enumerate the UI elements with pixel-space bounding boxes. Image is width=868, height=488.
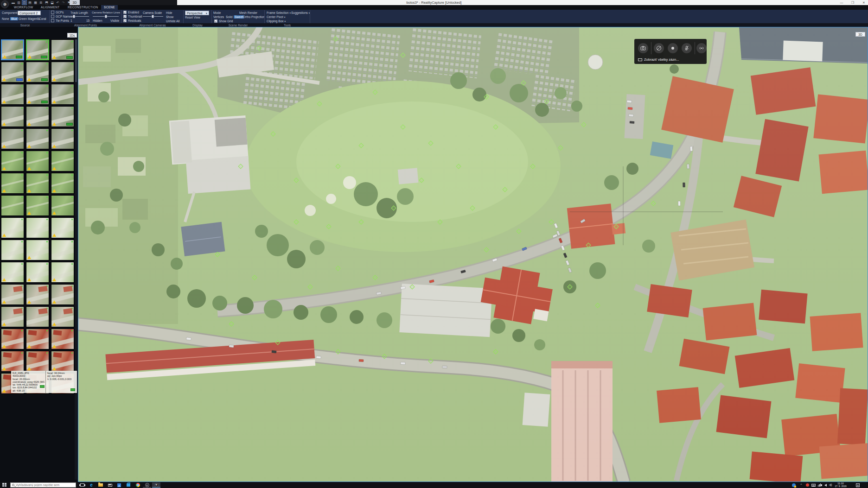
image-thumbnail[interactable] (26, 240, 49, 260)
image-thumbnail[interactable] (1, 62, 24, 82)
taskbar-search[interactable] (10, 482, 76, 488)
camera-icon[interactable] (638, 43, 648, 53)
mode-vertices-button[interactable]: Vertices (213, 15, 224, 19)
image-thumbnail[interactable] (51, 84, 74, 105)
layout-split-icon[interactable]: ◫ (22, 0, 26, 5)
thumbnail-checkbox[interactable]: Thumbnail (123, 15, 142, 18)
image-thumbnail[interactable] (26, 329, 49, 349)
enabled-checkbox[interactable]: Enabled (123, 11, 139, 14)
image-thumbnail[interactable] (1, 306, 24, 327)
minimize-button[interactable]: — (839, 0, 844, 5)
image-thumbnail[interactable] (1, 351, 24, 372)
mode-solid-button[interactable]: Solid (226, 15, 232, 19)
tab-alignment[interactable]: ALIGNMENT (38, 5, 63, 10)
volume-tray-icon[interactable] (823, 482, 828, 488)
start-button[interactable] (2, 483, 7, 487)
record-last-icon[interactable] (654, 43, 664, 53)
image-thumbnail[interactable] (51, 351, 74, 372)
projection-dropdown[interactable]: Perspective▾ (185, 11, 209, 15)
action-center-icon[interactable] (855, 482, 861, 488)
task-view-button[interactable] (78, 482, 86, 488)
capture-tooltip[interactable]: Zobraziť všetky zázn... (638, 57, 679, 62)
mail-icon[interactable] (106, 482, 114, 488)
image-thumbnail[interactable] (1, 151, 24, 171)
image-thumbnail[interactable] (51, 151, 74, 171)
frame-selection-button[interactable]: Frame Selection ▾ (267, 11, 291, 14)
show-grid-checkbox[interactable]: Show Grid (214, 19, 233, 23)
residuals-checkbox[interactable]: Residuals (123, 19, 141, 22)
image-thumbnail[interactable] (1, 329, 24, 349)
pane-tab-1ds[interactable]: 1Ds (67, 33, 77, 38)
unhide-all-button[interactable]: Unhide All (166, 19, 179, 23)
edge-icon[interactable]: e (87, 482, 96, 488)
center-pivot-button[interactable]: Center Pivot ▾ (267, 15, 286, 19)
store-icon[interactable] (124, 482, 133, 488)
image-thumbnail[interactable] (26, 106, 49, 127)
color-coral-button[interactable]: Coral (39, 17, 46, 20)
image-thumbnail[interactable] (51, 173, 74, 194)
image-thumbnail[interactable] (26, 284, 49, 305)
camera-scale-slider[interactable] (143, 15, 163, 18)
color-blue-button[interactable]: Blue (10, 17, 18, 20)
image-thumbnail[interactable] (1, 195, 24, 216)
pane-tab-3d[interactable]: 3D (855, 32, 865, 37)
gcps-checkbox[interactable]: GCPs (51, 11, 64, 14)
ortho-projection-button[interactable]: Ortho Projection (243, 15, 265, 19)
layout-quad-icon[interactable]: ⊞ (39, 0, 43, 5)
show-button[interactable]: Show (166, 15, 173, 19)
chrome-icon[interactable] (134, 482, 142, 488)
image-thumbnail[interactable] (1, 173, 24, 194)
gcp-names-checkbox[interactable]: GCP Names (51, 15, 72, 18)
tie-points-checkbox[interactable]: Tie Points (51, 19, 69, 22)
image-thumbnail[interactable] (1, 39, 24, 60)
tray-app-icon[interactable] (804, 482, 810, 488)
image-thumbnail[interactable] (26, 306, 49, 327)
image-thumbnail[interactable] (26, 351, 49, 372)
broadcast-icon[interactable] (696, 43, 707, 53)
image-thumbnail[interactable] (51, 262, 74, 283)
layout-grid-icon[interactable]: ▦ (33, 0, 38, 5)
image-thumbnail[interactable] (1, 262, 24, 283)
color-magenta-button[interactable]: Magenta (28, 17, 39, 20)
layout-single-icon[interactable]: ▬ (11, 0, 15, 5)
microphone-off-icon[interactable] (682, 43, 692, 53)
close-button[interactable]: ✕ (862, 0, 866, 5)
image-thumbnail[interactable] (26, 39, 49, 60)
tab-workflow[interactable]: WORKFLOW (11, 5, 36, 10)
mode-sweet-button[interactable]: Sweet (234, 15, 244, 19)
color-green-button[interactable]: Green (19, 17, 27, 20)
image-thumbnail[interactable] (1, 106, 24, 127)
layout-columns-icon[interactable]: ▥ (17, 0, 21, 5)
image-thumbnail[interactable] (26, 173, 49, 194)
image-thumbnail[interactable] (26, 62, 49, 82)
undo-icon[interactable]: ↶ (56, 0, 60, 5)
layout-tall-icon[interactable]: ⬓ (50, 0, 54, 5)
image-thumbnail[interactable] (51, 62, 74, 82)
image-thumbnail[interactable] (51, 128, 74, 149)
image-thumbnail[interactable] (51, 39, 74, 60)
image-thumbnail[interactable] (26, 84, 49, 105)
redo-icon[interactable]: ↷ (61, 0, 65, 5)
layout-wide-icon[interactable]: ⬒ (45, 0, 49, 5)
image-thumbnail[interactable] (1, 217, 24, 238)
tab-scene[interactable]: SCENE (101, 5, 118, 10)
reset-view-button[interactable]: Reset View (185, 16, 200, 19)
file-explorer-icon[interactable] (96, 482, 105, 488)
restore-button[interactable]: ❐ (850, 0, 855, 5)
image-thumbnail[interactable] (26, 195, 49, 216)
image-thumbnail[interactable] (26, 217, 49, 238)
component-dropdown[interactable]: Component 2▾ (18, 11, 41, 15)
image-thumbnail[interactable] (26, 128, 49, 149)
sidebar-scrollbar[interactable] (75, 39, 77, 480)
hide-button[interactable]: Hide (166, 11, 172, 14)
color-none-button[interactable]: None (2, 17, 9, 20)
suggestions-button[interactable]: Suggestions ▾ (291, 11, 310, 14)
layout-rows-icon[interactable]: ▤ (28, 0, 32, 5)
image-thumbnail[interactable] (26, 262, 49, 283)
image-thumbnail[interactable] (1, 240, 24, 260)
image-thumbnail[interactable] (51, 284, 74, 305)
track-length-slider[interactable] (70, 15, 89, 18)
viewport-tab-3d[interactable]: 3D (70, 0, 80, 5)
search-input[interactable] (14, 483, 76, 487)
image-thumbnail[interactable] (26, 151, 49, 171)
